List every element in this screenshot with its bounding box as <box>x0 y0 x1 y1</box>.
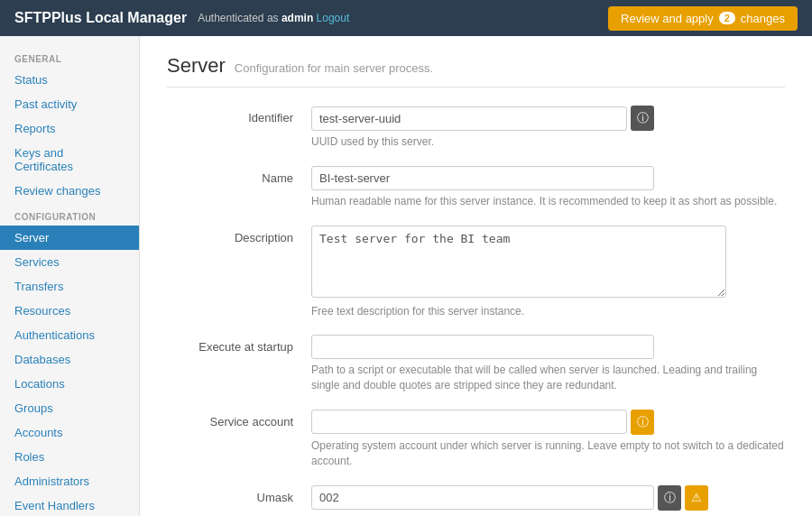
page-header: Server Configuration for main server pro… <box>167 54 785 88</box>
identifier-field: ⓘ UUID used by this server. <box>311 106 785 150</box>
review-badge: 2 <box>719 12 735 24</box>
umask-field: ⓘ ⚠ Umask octal value used when creating… <box>311 485 785 516</box>
name-row: Name Human readable name for this server… <box>167 166 785 209</box>
auth-user: admin <box>281 12 313 24</box>
execute-help: Path to a script or executable that will… <box>311 363 785 393</box>
sidebar-item-administrators[interactable]: Administrators <box>0 469 139 493</box>
page-subtitle: Configuration for main server process. <box>235 61 433 75</box>
sidebar-item-status[interactable]: Status <box>0 68 139 92</box>
execute-row: Execute at startup Path to a script or e… <box>167 335 785 393</box>
service-account-help: Operating system account under which ser… <box>311 438 785 469</box>
header-left: SFTPPlus Local Manager Authenticated as … <box>14 10 349 26</box>
sidebar-item-transfers[interactable]: Transfers <box>0 274 139 299</box>
identifier-help: UUID used by this server. <box>311 134 785 150</box>
execute-field: Path to a script or executable that will… <box>311 335 785 393</box>
logout-link[interactable]: Logout <box>317 12 350 24</box>
execute-label: Execute at startup <box>167 335 311 354</box>
description-field: Test server for the BI team Free text de… <box>311 226 785 319</box>
review-apply-button[interactable]: Review and apply 2 changes <box>608 6 798 31</box>
execute-input[interactable] <box>311 335 654 359</box>
sidebar-item-locations[interactable]: Locations <box>0 372 139 396</box>
umask-warning-button[interactable]: ⚠ <box>685 485 708 511</box>
sidebar-item-databases[interactable]: Databases <box>0 347 139 372</box>
auth-info: Authenticated as admin Logout <box>198 12 349 24</box>
sidebar-item-groups[interactable]: Groups <box>0 396 139 420</box>
umask-input[interactable] <box>311 485 654 510</box>
service-account-label: Service account <box>167 410 311 428</box>
name-label: Name <box>167 166 311 185</box>
identifier-info-button[interactable]: ⓘ <box>631 106 654 131</box>
review-suffix: changes <box>741 12 785 25</box>
sidebar-item-past-activity[interactable]: Past activity <box>0 92 139 116</box>
header: SFTPPlus Local Manager Authenticated as … <box>0 0 812 36</box>
main-content: Server Configuration for main server pro… <box>140 36 812 516</box>
page-title: Server <box>167 54 226 78</box>
sidebar-general-label: GENERAL <box>0 45 139 68</box>
app-title: SFTPPlus Local Manager <box>14 10 187 26</box>
umask-row: Umask ⓘ ⚠ Umask octal value used when cr… <box>167 485 785 516</box>
service-account-row: Service account ⓘ Operating system accou… <box>167 410 785 469</box>
umask-input-group: ⓘ ⚠ <box>311 485 785 511</box>
service-account-info-button[interactable]: ⓘ <box>631 410 654 435</box>
sidebar-item-roles[interactable]: Roles <box>0 445 139 469</box>
identifier-label: Identifier <box>167 106 311 124</box>
umask-label: Umask <box>167 485 311 504</box>
service-account-field: ⓘ Operating system account under which s… <box>311 410 785 469</box>
sidebar-item-review-changes[interactable]: Review changes <box>0 179 139 203</box>
sidebar-item-reports[interactable]: Reports <box>0 116 139 141</box>
sidebar-item-accounts[interactable]: Accounts <box>0 420 139 445</box>
layout: GENERAL Status Past activity Reports Key… <box>0 36 812 516</box>
umask-info-button[interactable]: ⓘ <box>658 485 681 511</box>
service-account-input[interactable] <box>311 410 627 434</box>
description-label: Description <box>167 226 311 244</box>
identifier-input[interactable] <box>311 106 627 131</box>
sidebar-item-authentications[interactable]: Authentications <box>0 323 139 347</box>
description-textarea[interactable]: Test server for the BI team <box>311 226 726 298</box>
name-help: Human readable name for this server inst… <box>311 194 785 209</box>
sidebar-item-services[interactable]: Services <box>0 250 139 274</box>
sidebar-item-keys-and-certificates[interactable]: Keys and Certificates <box>0 141 139 179</box>
name-field: Human readable name for this server inst… <box>311 166 785 209</box>
service-account-input-group: ⓘ <box>311 410 654 435</box>
sidebar-item-resources[interactable]: Resources <box>0 299 139 323</box>
sidebar: GENERAL Status Past activity Reports Key… <box>0 36 140 516</box>
review-btn-label: Review and apply <box>621 12 714 25</box>
auth-text: Authenticated as <box>198 12 278 24</box>
identifier-input-group: ⓘ <box>311 106 654 131</box>
sidebar-item-server[interactable]: Server <box>0 226 139 250</box>
description-row: Description Test server for the BI team … <box>167 226 785 319</box>
identifier-row: Identifier ⓘ UUID used by this server. <box>167 106 785 150</box>
sidebar-item-event-handlers[interactable]: Event Handlers <box>0 493 139 516</box>
description-help: Free text description for this server in… <box>311 304 785 319</box>
name-input[interactable] <box>311 166 654 190</box>
sidebar-config-label: CONFIGURATION <box>0 203 139 226</box>
